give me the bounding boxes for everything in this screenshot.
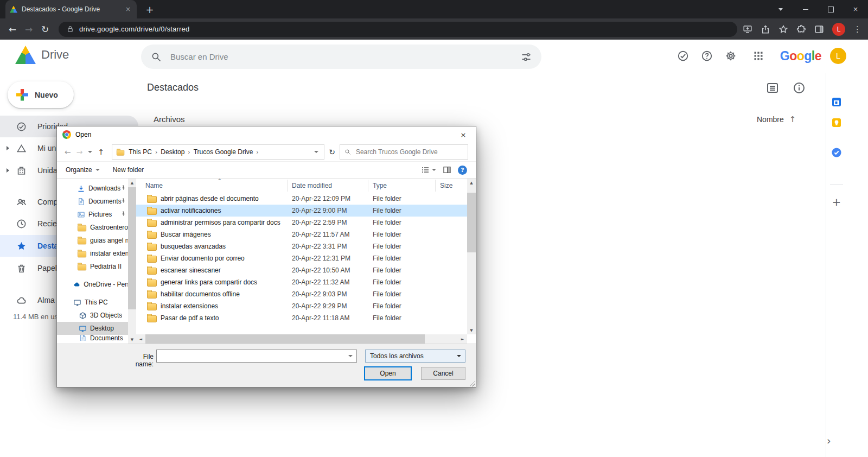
browser-tab-active[interactable]: Destacados - Google Drive × (5, 0, 137, 18)
breadcrumb-dropdown-caret-icon[interactable] (314, 151, 318, 153)
tasks-icon[interactable] (830, 146, 843, 159)
drive-search-bar[interactable] (141, 45, 541, 69)
file-list-vscrollbar[interactable]: ▲ ▼ (467, 179, 476, 334)
view-list-button[interactable] (766, 81, 779, 94)
drive-logo[interactable]: Drive (15, 46, 69, 64)
calendar-icon[interactable] (830, 96, 843, 109)
google-apps-grid-icon[interactable] (753, 50, 764, 61)
settings-gear-icon[interactable] (725, 50, 737, 62)
file-row[interactable]: Buscar imágenes 20-Apr-22 11:57 AM File … (136, 228, 467, 240)
scrollbar-thumb[interactable] (128, 187, 136, 309)
resize-grip[interactable] (468, 379, 475, 386)
file-name-caret-icon[interactable] (348, 355, 353, 357)
file-row[interactable]: instalar extensiones 20-Apr-22 9:29 PM F… (136, 300, 467, 312)
window-minimize-button[interactable] (793, 0, 818, 18)
preview-pane-icon[interactable] (443, 166, 451, 174)
tree-item-documents[interactable]: Documents (57, 195, 128, 208)
add-addon-button[interactable]: + (831, 195, 843, 208)
browser-profile-avatar[interactable]: L (832, 23, 845, 36)
open-button[interactable]: Open (364, 366, 412, 380)
drive-search-input[interactable] (169, 52, 513, 62)
file-row[interactable]: habilitar documentos offline 20-Apr-22 9… (136, 288, 467, 300)
tree-item-desktop[interactable]: Desktop (57, 322, 128, 335)
file-row[interactable]: escanear sinescaner 20-Apr-22 10:50 AM F… (136, 264, 467, 276)
file-row[interactable]: generar links para compartir docs 20-Apr… (136, 276, 467, 288)
browser-menu-icon[interactable]: ⋮ (853, 24, 861, 34)
scroll-left-icon[interactable]: ◄ (136, 334, 145, 344)
column-header-date[interactable]: Date modified (288, 180, 368, 192)
scroll-right-icon[interactable]: ► (458, 334, 467, 344)
scroll-up-icon[interactable]: ▲ (467, 179, 476, 187)
file-row[interactable]: Enviar documento por correo 20-Apr-22 12… (136, 252, 467, 264)
extensions-puzzle-icon[interactable] (796, 24, 806, 34)
nav-back-icon[interactable]: ← (65, 148, 71, 156)
new-button[interactable]: Nuevo (8, 81, 74, 108)
file-type-combo[interactable]: Todos los archivos (365, 350, 465, 363)
file-name-combo[interactable] (156, 350, 357, 363)
tree-item-3d-objects[interactable]: 3D Objects (57, 309, 128, 322)
dialog-title-bar[interactable]: Open × (57, 126, 476, 143)
file-row[interactable]: activar notificaciones 20-Apr-22 9:00 PM… (136, 205, 467, 217)
view-options-button[interactable] (421, 166, 436, 174)
breadcrumb[interactable]: This PC › Desktop › Trucos Google Drive … (112, 144, 324, 160)
refresh-icon[interactable]: ↻ (329, 148, 335, 156)
nav-forward-icon[interactable]: → (76, 148, 83, 156)
breadcrumb-this-pc[interactable]: This PC (125, 148, 155, 156)
file-row[interactable]: administrar permisos para compartir docs… (136, 217, 467, 228)
scroll-down-icon[interactable]: ▼ (467, 326, 476, 334)
tree-item-folder[interactable]: Gastroenterolog (57, 221, 128, 234)
tree-item-onedrive[interactable]: OneDrive - Person (57, 278, 128, 291)
column-header-type[interactable]: Type (368, 180, 436, 192)
nav-history-caret-icon[interactable] (88, 151, 92, 153)
tree-item-pictures[interactable]: Pictures (57, 208, 128, 221)
offline-status-icon[interactable] (677, 50, 689, 62)
help-button[interactable]: ? (458, 166, 467, 175)
bookmark-star-icon[interactable] (778, 24, 788, 34)
new-folder-button[interactable]: New folder (113, 166, 144, 174)
file-row[interactable]: abrir páginas desde el documento 20-Apr-… (136, 193, 467, 205)
tree-item-folder[interactable]: guias angel navi (57, 234, 128, 247)
install-app-icon[interactable] (743, 24, 752, 34)
dialog-search-input[interactable] (355, 148, 463, 156)
keep-icon[interactable] (830, 116, 843, 129)
scroll-down-icon[interactable]: ▼ (128, 335, 136, 344)
tree-scrollbar[interactable]: ▲ ▼ (128, 179, 136, 344)
expand-caret-icon[interactable] (7, 146, 9, 150)
file-list-hscrollbar[interactable]: ◄ ► (136, 334, 467, 344)
hide-panel-chevron-icon[interactable]: › (827, 435, 831, 447)
sort-control[interactable]: Nombre ↑ (757, 115, 796, 124)
help-icon[interactable] (701, 50, 713, 62)
dialog-search-box[interactable] (340, 144, 468, 160)
column-header-size[interactable]: Size (436, 180, 462, 192)
organize-button[interactable]: Organize (66, 166, 100, 174)
reload-icon[interactable]: ↻ (37, 24, 53, 35)
tree-item-folder[interactable]: instalar extension (57, 247, 128, 260)
tree-item-this-pc[interactable]: This PC (57, 296, 128, 309)
info-button[interactable] (793, 81, 806, 94)
scrollbar-thumb[interactable] (145, 334, 425, 344)
scroll-up-icon[interactable]: ▲ (128, 179, 136, 187)
share-icon[interactable] (761, 24, 770, 34)
address-bar[interactable]: drive.google.com/drive/u/0/starred (59, 22, 737, 37)
scrollbar-thumb[interactable] (467, 193, 476, 252)
tree-item-folder[interactable]: Pediatría II (57, 260, 128, 273)
breadcrumb-trucos[interactable]: Trucos Google Drive (190, 148, 257, 156)
cancel-button[interactable]: Cancel (421, 367, 465, 380)
nav-up-icon[interactable]: ↑ (98, 148, 104, 156)
file-row[interactable]: Pasar de pdf a texto 20-Apr-22 11:18 AM … (136, 312, 467, 324)
drive-account-avatar[interactable]: L (830, 48, 846, 64)
side-panel-icon[interactable] (814, 24, 824, 34)
search-options-icon[interactable] (521, 52, 532, 62)
back-icon[interactable]: ← (4, 24, 21, 35)
column-header-name[interactable]: Name (136, 180, 288, 192)
tab-close-icon[interactable]: × (124, 5, 132, 13)
expand-caret-icon[interactable] (7, 168, 9, 173)
tree-item-downloads[interactable]: Downloads (57, 182, 128, 195)
breadcrumb-desktop[interactable]: Desktop (157, 148, 188, 156)
dialog-close-icon[interactable]: × (451, 131, 476, 139)
new-tab-button[interactable]: + (143, 3, 156, 16)
forward-icon[interactable]: → (21, 24, 37, 35)
file-row[interactable]: busquedas avanzadas 20-Apr-22 3:31 PM Fi… (136, 240, 467, 252)
tree-item-documents-clipped[interactable]: Documents (57, 335, 128, 341)
file-name-input[interactable] (157, 350, 348, 362)
